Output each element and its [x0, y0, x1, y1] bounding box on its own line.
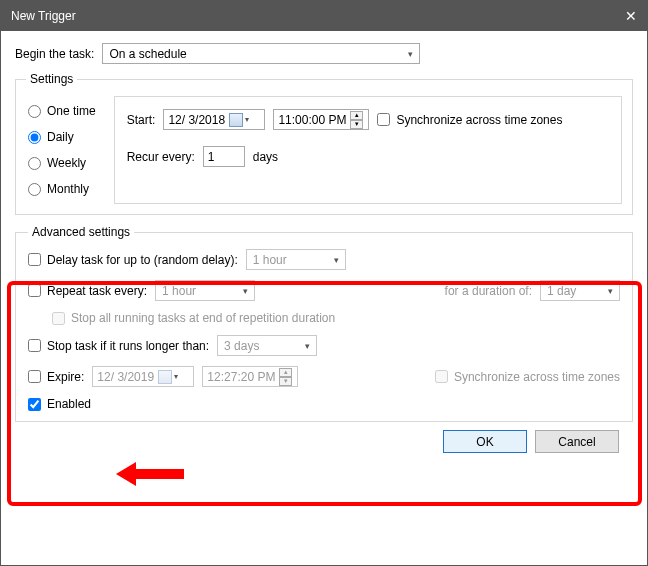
chevron-down-icon: ▾ — [245, 115, 249, 124]
start-time-value: 11:00:00 PM — [278, 113, 346, 127]
delay-task-combo[interactable]: 1 hour ▾ — [246, 249, 346, 270]
advanced-legend: Advanced settings — [28, 225, 134, 239]
button-bar: OK Cancel — [15, 422, 633, 453]
cancel-button[interactable]: Cancel — [535, 430, 619, 453]
duration-combo[interactable]: 1 day ▾ — [540, 280, 620, 301]
start-time-picker[interactable]: 11:00:00 PM ▴▾ — [273, 109, 369, 130]
start-label: Start: — [127, 113, 156, 127]
stop-if-longer-checkbox[interactable]: Stop task if it runs longer than: — [28, 339, 209, 353]
expire-time-picker[interactable]: 12:27:20 PM ▴▾ — [202, 366, 298, 387]
recur-unit: days — [253, 150, 278, 164]
delay-task-checkbox[interactable]: Delay task for up to (random delay): — [28, 253, 238, 267]
begin-task-label: Begin the task: — [15, 47, 94, 61]
annotation-arrow-icon — [116, 459, 186, 489]
settings-group: Settings One time Daily Weekly Monthly S… — [15, 72, 633, 215]
recur-label: Recur every: — [127, 150, 195, 164]
window-title: New Trigger — [11, 9, 76, 23]
repeat-task-checkbox[interactable]: Repeat task every: — [28, 284, 147, 298]
chevron-down-icon: ▾ — [408, 49, 413, 59]
time-spinner[interactable]: ▴▾ — [279, 368, 292, 386]
expire-sync-checkbox: Synchronize across time zones — [435, 370, 620, 384]
radio-daily[interactable]: Daily — [28, 130, 96, 144]
chevron-down-icon: ▾ — [305, 341, 310, 351]
svg-marker-0 — [116, 462, 184, 486]
start-date-picker[interactable]: 12/ 3/2018 ▾ — [163, 109, 265, 130]
ok-button[interactable]: OK — [443, 430, 527, 453]
repeat-interval-combo[interactable]: 1 hour ▾ — [155, 280, 255, 301]
stop-all-tasks-checkbox: Stop all running tasks at end of repetit… — [52, 311, 335, 325]
begin-task-row: Begin the task: On a schedule ▾ — [15, 43, 633, 64]
recur-days-input[interactable]: 1 — [203, 146, 245, 167]
stop-if-longer-combo[interactable]: 3 days ▾ — [217, 335, 317, 356]
advanced-settings-group: Advanced settings Delay task for up to (… — [15, 225, 633, 422]
radio-monthly[interactable]: Monthly — [28, 182, 96, 196]
titlebar: New Trigger ✕ — [1, 1, 647, 31]
content-area: Begin the task: On a schedule ▾ Settings… — [1, 31, 647, 463]
chevron-down-icon: ▾ — [334, 255, 339, 265]
expire-date-picker[interactable]: 12/ 3/2019 ▾ — [92, 366, 194, 387]
chevron-down-icon: ▾ — [608, 286, 613, 296]
enabled-checkbox[interactable]: Enabled — [28, 397, 91, 411]
begin-task-value: On a schedule — [109, 47, 186, 61]
schedule-panel: Start: 12/ 3/2018 ▾ 11:00:00 PM ▴▾ Synch… — [114, 96, 622, 204]
sync-timezones-checkbox[interactable]: Synchronize across time zones — [377, 113, 562, 127]
radio-one-time[interactable]: One time — [28, 104, 96, 118]
start-date-value: 12/ 3/2018 — [168, 113, 225, 127]
close-icon[interactable]: ✕ — [597, 8, 637, 24]
settings-legend: Settings — [26, 72, 77, 86]
time-spinner[interactable]: ▴▾ — [350, 111, 363, 129]
schedule-radio-group: One time Daily Weekly Monthly — [26, 96, 102, 204]
expire-checkbox[interactable]: Expire: — [28, 370, 84, 384]
begin-task-combo[interactable]: On a schedule ▾ — [102, 43, 420, 64]
radio-weekly[interactable]: Weekly — [28, 156, 96, 170]
duration-label: for a duration of: — [445, 284, 532, 298]
calendar-icon — [158, 370, 172, 384]
calendar-icon — [229, 113, 243, 127]
chevron-down-icon: ▾ — [174, 372, 178, 381]
dialog-window: New Trigger ✕ Begin the task: On a sched… — [0, 0, 648, 566]
chevron-down-icon: ▾ — [243, 286, 248, 296]
